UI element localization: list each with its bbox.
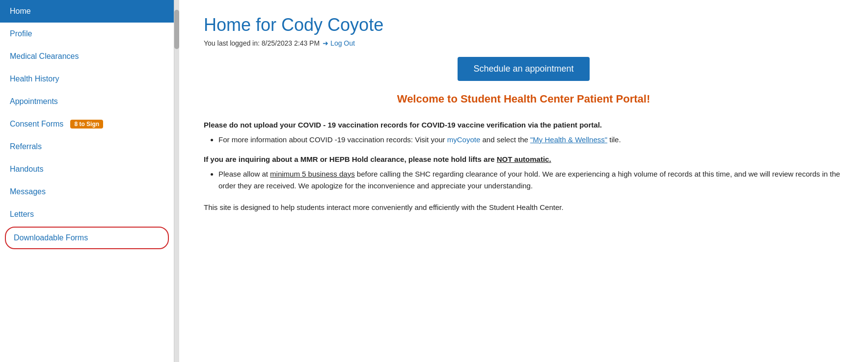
schedule-appointment-button[interactable]: Schedule an appointment bbox=[458, 57, 589, 81]
covid-bullet-text3: tile. bbox=[607, 135, 621, 144]
sidebar: Home Profile Medical Clearances Health H… bbox=[0, 0, 174, 362]
last-logged-bar: You last logged in: 8/25/2023 2:43 PM ➜ … bbox=[204, 39, 843, 47]
sidebar-item-profile-label: Profile bbox=[10, 29, 32, 38]
sidebar-item-medical-clearances[interactable]: Medical Clearances bbox=[0, 45, 174, 68]
sidebar-item-health-history-label: Health History bbox=[10, 75, 59, 83]
scrollbar[interactable] bbox=[174, 0, 179, 362]
mmr-bullet-list: Please allow at minimum 5 business days … bbox=[218, 168, 843, 192]
mmr-bullet-item: Please allow at minimum 5 business days … bbox=[218, 168, 843, 192]
sidebar-item-downloadable-forms-label: Downloadable Forms bbox=[14, 233, 88, 242]
sidebar-item-home-label: Home bbox=[10, 7, 31, 16]
welcome-message: Welcome to Student Health Center Patient… bbox=[204, 93, 843, 105]
scrollbar-thumb[interactable] bbox=[174, 10, 179, 49]
logout-icon: ➜ bbox=[323, 39, 328, 47]
sidebar-item-appointments[interactable]: Appointments bbox=[0, 90, 174, 113]
covid-bullet-list: For more information about COVID -19 vac… bbox=[218, 134, 843, 146]
sidebar-item-consent-forms[interactable]: Consent Forms 8 to Sign bbox=[0, 113, 174, 135]
sidebar-item-messages[interactable]: Messages bbox=[0, 181, 174, 203]
bottom-note: This site is designed to help students i… bbox=[204, 202, 843, 213]
main-content: Home for Cody Coyote You last logged in:… bbox=[179, 0, 868, 362]
mmr-not-automatic: NOT automatic. bbox=[497, 155, 551, 163]
sidebar-item-referrals-label: Referrals bbox=[10, 142, 42, 151]
mmr-bold-text1: If you are inquiring about a MMR or HEPB… bbox=[204, 155, 497, 163]
page-title: Home for Cody Coyote bbox=[204, 15, 843, 35]
sidebar-item-referrals[interactable]: Referrals bbox=[0, 135, 174, 158]
sidebar-item-health-history[interactable]: Health History bbox=[0, 68, 174, 90]
sidebar-item-home[interactable]: Home bbox=[0, 0, 174, 23]
covid-bold-notice: Please do not upload your COVID - 19 vac… bbox=[204, 119, 843, 131]
sidebar-item-messages-label: Messages bbox=[10, 187, 46, 196]
mmr-bullet-text1: Please allow at bbox=[218, 170, 270, 178]
last-logged-text: You last logged in: 8/25/2023 2:43 PM bbox=[204, 39, 320, 47]
logout-link[interactable]: ➜ Log Out bbox=[323, 39, 355, 47]
sidebar-item-handouts-label: Handouts bbox=[10, 165, 44, 174]
covid-notice-section: Please do not upload your COVID - 19 vac… bbox=[204, 119, 843, 146]
sidebar-item-letters-label: Letters bbox=[10, 210, 34, 219]
my-health-wellness-link[interactable]: "My Health & Wellness" bbox=[530, 135, 607, 144]
covid-bullet-text1: For more information about COVID -19 vac… bbox=[218, 135, 447, 144]
mmr-notice-section: If you are inquiring about a MMR or HEPB… bbox=[204, 154, 843, 192]
sidebar-item-downloadable-forms[interactable]: Downloadable Forms bbox=[5, 227, 169, 249]
covid-bullet-item: For more information about COVID -19 vac… bbox=[218, 134, 843, 146]
sidebar-item-handouts[interactable]: Handouts bbox=[0, 158, 174, 181]
sidebar-item-letters[interactable]: Letters bbox=[0, 203, 174, 226]
mmr-min-days: minimum 5 business days bbox=[270, 170, 355, 178]
schedule-button-wrapper: Schedule an appointment bbox=[204, 57, 843, 81]
sidebar-item-appointments-label: Appointments bbox=[10, 97, 58, 106]
covid-bullet-text2: and select the bbox=[480, 135, 530, 144]
mmr-bold-notice: If you are inquiring about a MMR or HEPB… bbox=[204, 154, 843, 165]
consent-forms-badge: 8 to Sign bbox=[70, 120, 103, 129]
mycoyote-link[interactable]: myCoyote bbox=[447, 135, 481, 144]
sidebar-item-consent-forms-label: Consent Forms bbox=[10, 120, 63, 129]
sidebar-item-medical-clearances-label: Medical Clearances bbox=[10, 52, 79, 61]
logout-label: Log Out bbox=[330, 39, 355, 47]
sidebar-item-profile[interactable]: Profile bbox=[0, 23, 174, 45]
